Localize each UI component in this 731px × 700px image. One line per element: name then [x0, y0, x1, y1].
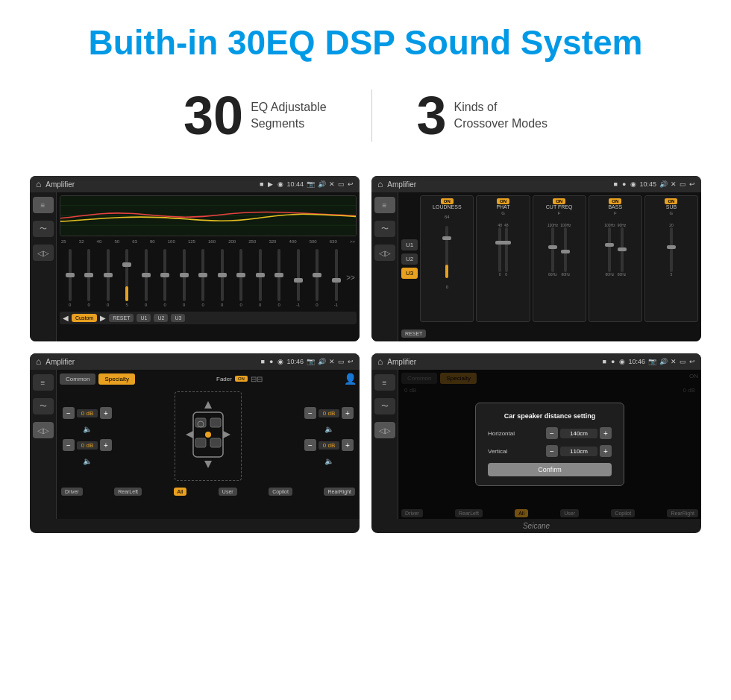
sub-on-badge[interactable]: ON — [665, 198, 677, 204]
home-icon-4[interactable]: ⌂ — [377, 356, 383, 367]
copilot-zone-btn[interactable]: Copilot — [269, 488, 292, 496]
user-zone-btn[interactable]: User — [219, 488, 237, 496]
fader-on-badge[interactable]: ON — [235, 376, 248, 382]
right-front-plus[interactable]: + — [342, 407, 354, 419]
specialty-sidebar-vol-btn[interactable]: ◁▷ — [33, 422, 54, 438]
eq-prev-icon[interactable]: ◀ — [63, 314, 69, 322]
back-icon-4[interactable]: ↩ — [689, 358, 695, 365]
bass-slider-2[interactable] — [621, 227, 624, 272]
volume-icon-4[interactable]: 🔊 — [659, 358, 668, 365]
right-rear-plus[interactable]: + — [342, 439, 354, 451]
left-front-minus[interactable]: − — [63, 407, 75, 419]
all-zone-btn[interactable]: All — [174, 488, 187, 496]
eq-slider-6[interactable]: 0 — [175, 249, 192, 307]
loudness-on-badge[interactable]: ON — [441, 198, 454, 204]
eq-slider-14[interactable]: -1 — [327, 249, 345, 307]
crossover-sidebar-wave-btn[interactable]: 〜 — [374, 221, 395, 237]
right-rear-minus[interactable]: − — [304, 439, 316, 451]
crossover-reset-btn[interactable]: RESET — [401, 329, 426, 338]
back-icon-2[interactable]: ↩ — [689, 180, 695, 188]
eq-sidebar-wave-btn[interactable]: 〜 — [33, 221, 54, 237]
eq-custom-btn[interactable]: Custom — [72, 314, 97, 322]
phat-slider-2[interactable] — [505, 227, 508, 272]
eq-next-icon[interactable]: ▶ — [100, 314, 106, 322]
back-icon[interactable]: ↩ — [348, 180, 354, 188]
stat-eq: 30 EQ Adjustable Segments — [139, 85, 371, 146]
eq-slider-4[interactable]: 0 — [137, 249, 154, 307]
eq-slider-13[interactable]: 0 — [308, 249, 325, 307]
right-front-minus[interactable]: − — [304, 407, 316, 419]
rearright-zone-btn[interactable]: RearRight — [324, 488, 355, 496]
horizontal-plus-btn[interactable]: + — [600, 427, 612, 439]
cutfreq-on-badge[interactable]: ON — [553, 198, 565, 204]
distance-sidebar-wave-btn[interactable]: 〜 — [374, 398, 395, 414]
u1-btn[interactable]: U1 — [401, 239, 418, 250]
volume-icon-3[interactable]: 🔊 — [318, 358, 326, 365]
play-icon[interactable]: ▶ — [268, 180, 273, 188]
eq-slider-10[interactable]: 0 — [251, 249, 269, 307]
rearleft-zone-btn[interactable]: RearLeft — [114, 488, 142, 496]
distance-sidebar-vol-btn[interactable]: ◁▷ — [374, 422, 395, 438]
eq-slider-8[interactable]: 0 — [213, 249, 230, 307]
bass-slider-1[interactable] — [608, 227, 611, 272]
home-icon[interactable]: ⌂ — [36, 179, 41, 189]
loudness-slider[interactable] — [445, 226, 448, 278]
common-btn[interactable]: Common — [60, 373, 95, 385]
eq-u2-btn[interactable]: U2 — [154, 314, 168, 322]
home-icon-3[interactable]: ⌂ — [36, 356, 41, 367]
eq-expand-icon[interactable]: >> — [346, 274, 355, 282]
eq-sidebar-eq-btn[interactable]: ≡ — [33, 197, 54, 213]
eq-slider-0[interactable]: 0 — [61, 249, 78, 307]
eq-slider-5[interactable]: 0 — [156, 249, 173, 307]
eq-slider-9[interactable]: 0 — [232, 249, 249, 307]
left-rear-minus[interactable]: − — [63, 439, 75, 451]
screen-icon[interactable]: ▭ — [338, 180, 345, 188]
volume-icon[interactable]: 🔊 — [318, 180, 326, 188]
close-icon-2[interactable]: ✕ — [671, 180, 677, 188]
crossover-sidebar-eq-btn[interactable]: ≡ — [374, 197, 395, 213]
close-icon-3[interactable]: ✕ — [329, 358, 335, 365]
eq-title: Amplifier — [46, 180, 255, 189]
volume-icon-2[interactable]: 🔊 — [659, 180, 668, 188]
close-icon[interactable]: ✕ — [329, 180, 335, 188]
specialty-sidebar-wave-btn[interactable]: 〜 — [33, 398, 54, 414]
confirm-button[interactable]: Confirm — [488, 463, 612, 476]
crossover-sidebar-vol-btn[interactable]: ◁▷ — [374, 245, 395, 261]
eq-reset-btn[interactable]: RESET — [109, 314, 134, 322]
vertical-plus-btn[interactable]: + — [600, 445, 612, 457]
eq-u3-btn[interactable]: U3 — [171, 314, 185, 322]
fader-slider-icon[interactable]: ⊟⊟ — [251, 375, 263, 383]
eq-sidebar-vol-btn[interactable]: ◁▷ — [33, 245, 54, 261]
left-rear-plus[interactable]: + — [100, 439, 112, 451]
eq-slider-1[interactable]: 0 — [80, 249, 97, 307]
cutfreq-slider-1[interactable] — [551, 227, 554, 272]
screen-icon-3[interactable]: ▭ — [338, 358, 345, 365]
home-icon-2[interactable]: ⌂ — [377, 179, 383, 189]
eq-slider-12[interactable]: -1 — [289, 249, 307, 307]
eq-slider-3[interactable]: 5 — [118, 249, 135, 307]
screen-icon-2[interactable]: ▭ — [680, 180, 686, 188]
phat-slider-1[interactable] — [498, 227, 501, 272]
sub-slider[interactable] — [670, 227, 673, 272]
specialty-sidebar-eq-btn[interactable]: ≡ — [33, 374, 54, 391]
vertical-minus-btn[interactable]: − — [546, 445, 558, 457]
cutfreq-slider-2[interactable] — [564, 227, 567, 272]
bass-on-badge[interactable]: ON — [609, 198, 621, 204]
phat-on-badge[interactable]: ON — [497, 198, 509, 204]
eq-slider-7[interactable]: 0 — [194, 249, 211, 307]
u2-btn[interactable]: U2 — [401, 253, 418, 265]
user-profile-icon[interactable]: 👤 — [344, 373, 357, 385]
specialty-btn[interactable]: Specialty — [98, 373, 134, 385]
distance-sidebar-eq-btn[interactable]: ≡ — [374, 374, 395, 391]
eq-slider-2[interactable]: 0 — [99, 249, 116, 307]
u3-btn[interactable]: U3 — [401, 268, 418, 279]
eq-u1-btn[interactable]: U1 — [137, 314, 151, 322]
eq-slider-11[interactable]: 0 — [270, 249, 287, 307]
screen-icon-4[interactable]: ▭ — [680, 358, 686, 365]
horizontal-minus-btn[interactable]: − — [546, 427, 558, 439]
left-front-plus[interactable]: + — [100, 407, 112, 419]
close-icon-4[interactable]: ✕ — [671, 358, 677, 365]
driver-zone-btn[interactable]: Driver — [61, 488, 83, 496]
back-icon-3[interactable]: ↩ — [348, 358, 354, 365]
record-icon-3: ■ — [261, 358, 265, 365]
